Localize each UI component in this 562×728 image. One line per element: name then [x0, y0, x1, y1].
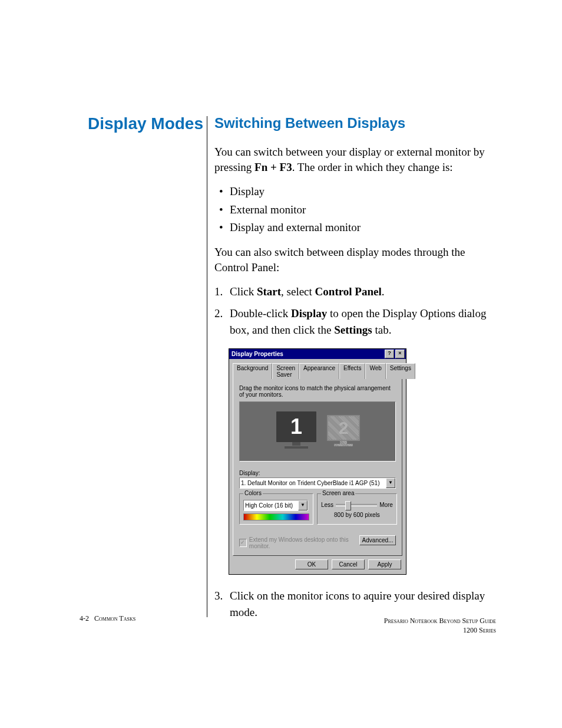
drag-instruction: Drag the monitor icons to match the phys…: [239, 385, 396, 398]
paragraph-2: You can also switch between display mode…: [214, 245, 497, 275]
step-3: Click on the monitor icons to aquire you…: [214, 588, 497, 620]
extend-checkbox[interactable]: ✓: [239, 539, 247, 547]
footer-left: 4-2 Common Tasks: [80, 614, 135, 623]
footer-guide-title: Presario Notebook Beyond Setup Guide: [384, 617, 496, 626]
step-1: Click Start, select Control Panel.: [214, 284, 497, 300]
monitor-2-icon[interactable]: 2: [327, 415, 360, 446]
colors-group: Colors High Color (16 bit) ▼: [239, 493, 313, 525]
dialog-titlebar: Display Properties ? ×: [229, 349, 406, 359]
tab-bar: Background Screen Saver Appearance Effec…: [229, 359, 406, 378]
step-2-a: Double-click: [230, 307, 291, 319]
section-heading: Switching Between Displays: [214, 115, 497, 131]
bullet-item: Display and external monitor: [214, 219, 497, 236]
extend-label: Extend my Windows desktop onto this moni…: [249, 536, 359, 549]
step-1-c: , select: [281, 285, 315, 298]
slider-thumb[interactable]: [345, 501, 351, 510]
resolution-slider[interactable]: [336, 500, 377, 509]
step-list: Click Start, select Control Panel. Doubl…: [214, 284, 497, 338]
step-list-cont: Click on the monitor icons to aquire you…: [214, 588, 497, 620]
footer-series: 1200 Series: [384, 626, 496, 635]
footer-right: Presario Notebook Beyond Setup Guide 120…: [384, 617, 496, 635]
side-heading: Display Modes: [80, 115, 203, 133]
monitor-1-icon[interactable]: 1: [276, 411, 316, 449]
ok-button[interactable]: OK: [295, 559, 328, 569]
tab-background[interactable]: Background: [233, 363, 272, 379]
step-2-d: Settings: [334, 324, 372, 336]
monitor-arrangement[interactable]: 1 2: [239, 401, 396, 462]
monitor-1-number: 1: [276, 411, 316, 442]
step-1-a: Click: [230, 285, 257, 298]
screen-area-label: Screen area: [321, 490, 355, 496]
step-2: Double-click Display to open the Display…: [214, 305, 497, 338]
step-1-d: Control Panel: [315, 285, 382, 298]
step-2-b: Display: [291, 307, 327, 319]
help-button[interactable]: ?: [385, 350, 394, 358]
colors-label: Colors: [243, 490, 263, 496]
cancel-button[interactable]: Cancel: [332, 559, 365, 569]
display-select-value: 1. Default Monitor on Trident CyberBlade…: [240, 480, 386, 486]
chevron-down-icon: ▼: [386, 478, 395, 488]
more-label: More: [379, 502, 393, 508]
settings-panel: Drag the monitor icons to match the phys…: [233, 378, 402, 556]
monitor-2-number: 2: [327, 415, 360, 441]
bullet-item: Display: [214, 183, 497, 200]
screen-area-group: Screen area Less More 800 by 600 pixels: [317, 493, 397, 525]
less-label: Less: [321, 502, 333, 508]
close-button[interactable]: ×: [395, 350, 405, 358]
bullet-item: External monitor: [214, 201, 497, 219]
intro-key: Fn + F3: [254, 161, 292, 173]
tab-screen-saver[interactable]: Screen Saver: [272, 363, 299, 379]
dialog-button-row: OK Cancel Apply: [229, 559, 406, 574]
step-1-e: .: [382, 285, 385, 298]
resolution-value: 800 by 600 pixels: [321, 512, 393, 518]
intro-paragraph: You can switch between your display or e…: [214, 144, 497, 174]
footer-page-number: 4-2: [80, 614, 89, 622]
display-select[interactable]: 1. Default Monitor on Trident CyberBlade…: [239, 477, 396, 489]
step-2-e: tab.: [372, 324, 392, 336]
dialog-screenshot: Display Properties ? × Background Screen…: [229, 348, 497, 575]
colors-value: High Color (16 bit): [244, 502, 298, 509]
advanced-button[interactable]: Advanced...: [359, 535, 396, 545]
step-1-b: Start: [257, 285, 281, 298]
column-divider: [207, 116, 207, 617]
display-label: Display:: [239, 470, 396, 476]
tab-appearance[interactable]: Appearance: [299, 363, 339, 379]
chevron-down-icon: ▼: [298, 500, 308, 510]
dialog-title: Display Properties: [232, 351, 384, 357]
bullet-list: Display External monitor Display and ext…: [214, 183, 497, 236]
colors-select[interactable]: High Color (16 bit) ▼: [243, 500, 308, 511]
tab-settings[interactable]: Settings: [386, 363, 415, 379]
tab-effects[interactable]: Effects: [339, 363, 365, 379]
footer-section-name: Common Tasks: [94, 614, 135, 622]
display-properties-dialog: Display Properties ? × Background Screen…: [229, 348, 406, 575]
tab-web[interactable]: Web: [365, 363, 385, 379]
apply-button[interactable]: Apply: [368, 559, 401, 569]
intro-text-b: . The order in which they change is:: [292, 161, 453, 173]
color-gradient-icon: [243, 513, 309, 521]
